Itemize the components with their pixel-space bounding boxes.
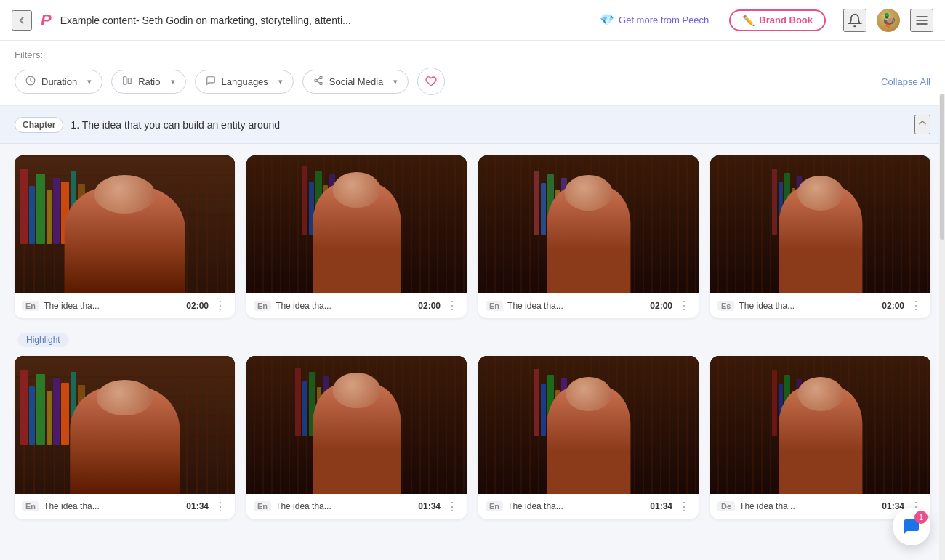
app-logo: P — [41, 11, 52, 30]
favorites-filter[interactable] — [417, 68, 445, 95]
ratio-filter[interactable]: Ratio ▾ — [111, 70, 185, 94]
card-title: The idea tha... — [276, 501, 414, 511]
card-duration: 01:34 — [418, 501, 441, 511]
chat-fab-button[interactable]: 1 — [893, 508, 930, 545]
video-card[interactable]: En The idea tha... 01:34 ⋮ — [246, 356, 467, 519]
card-thumbnail — [478, 356, 699, 493]
cards-section-chapter: En The idea tha... 02:00 ⋮ — [0, 144, 945, 330]
card-duration: 01:34 — [650, 501, 672, 511]
svg-rect-4 — [124, 76, 126, 84]
card-info: En The idea tha... 01:34 ⋮ — [478, 494, 699, 519]
video-card[interactable]: En The idea tha... 01:34 ⋮ — [15, 356, 235, 519]
chat-badge: 1 — [914, 511, 928, 524]
video-card[interactable]: En The idea tha... 02:00 ⋮ — [478, 155, 699, 318]
card-title: The idea tha... — [44, 301, 182, 311]
card-duration: 02:00 — [186, 301, 209, 311]
svg-line-9 — [317, 81, 320, 82]
brand-book-label: Brand Book — [759, 15, 813, 25]
duration-label: Duration — [41, 76, 77, 87]
card-menu-button[interactable]: ⋮ — [445, 500, 459, 514]
promo-area: 💎 Get more from Peech — [600, 13, 709, 27]
card-info: Es The idea tha... 02:00 ⋮ — [710, 293, 930, 318]
card-language: Es — [717, 301, 734, 311]
svg-rect-5 — [128, 78, 131, 83]
scrollbar-thumb[interactable] — [940, 94, 944, 240]
chapter-header: Chapter 1. The idea that you can build a… — [0, 106, 945, 144]
pencil-icon: ✏️ — [742, 15, 755, 26]
card-title: The idea tha... — [507, 301, 646, 311]
main-content: Chapter 1. The idea that you can build a… — [0, 106, 945, 560]
card-thumbnail — [478, 155, 699, 293]
chapter-collapse-button[interactable] — [914, 115, 930, 134]
card-title: The idea tha... — [739, 501, 877, 511]
card-duration: 02:00 — [650, 301, 672, 311]
video-card[interactable]: Es The idea tha... 02:00 ⋮ — [710, 155, 930, 318]
card-menu-button[interactable]: ⋮ — [677, 500, 691, 514]
svg-point-8 — [320, 82, 323, 85]
video-card[interactable]: En The idea tha... 01:34 ⋮ — [478, 356, 699, 519]
card-menu-button[interactable]: ⋮ — [909, 299, 923, 312]
card-language: En — [486, 501, 503, 511]
card-menu-button[interactable]: ⋮ — [677, 299, 691, 312]
card-thumbnail — [246, 155, 467, 293]
card-menu-button[interactable]: ⋮ — [213, 500, 228, 514]
video-card[interactable]: En The idea tha... 02:00 ⋮ — [15, 155, 235, 318]
card-language: En — [22, 301, 39, 311]
card-title: The idea tha... — [739, 301, 877, 311]
ratio-icon — [122, 76, 132, 88]
card-title: The idea tha... — [507, 501, 646, 511]
video-card[interactable]: De The idea tha... 01:34 ⋮ — [710, 356, 930, 519]
cards-section-highlight: En The idea tha... 01:34 ⋮ — [0, 353, 945, 530]
promo-text: Get more from Peech — [619, 15, 709, 25]
card-info: En The idea tha... 02:00 ⋮ — [15, 293, 235, 318]
card-thumbnail — [710, 356, 930, 493]
svg-line-10 — [317, 78, 320, 79]
scrollbar-track[interactable] — [939, 94, 945, 560]
collapse-all-button[interactable]: Collapse All — [881, 76, 930, 87]
card-thumbnail — [15, 155, 235, 293]
filters-row: Duration ▾ Ratio ▾ Languages ▾ — [15, 68, 930, 95]
card-language: En — [254, 301, 271, 311]
brand-book-button[interactable]: ✏️ Brand Book — [729, 9, 826, 31]
back-button[interactable] — [12, 10, 32, 31]
card-title: The idea tha... — [44, 501, 182, 511]
social-media-filter[interactable]: Social Media ▾ — [302, 70, 409, 94]
svg-point-6 — [320, 76, 323, 79]
card-info: En The idea tha... 02:00 ⋮ — [478, 293, 699, 318]
page-title: Example content- Seth Godin on marketing… — [60, 15, 591, 26]
avatar[interactable]: 🦆 — [877, 9, 900, 32]
speech-icon — [206, 76, 216, 88]
card-language: En — [254, 501, 271, 511]
card-menu-button[interactable]: ⋮ — [213, 299, 228, 312]
video-card[interactable]: En The idea tha... 02:00 ⋮ — [246, 155, 467, 318]
cards-grid-row2: En The idea tha... 01:34 ⋮ — [15, 356, 930, 519]
card-duration: 02:00 — [418, 301, 441, 311]
card-menu-button[interactable]: ⋮ — [445, 299, 459, 312]
social-media-label: Social Media — [329, 76, 383, 87]
duration-filter[interactable]: Duration ▾ — [15, 70, 102, 94]
notification-button[interactable] — [843, 9, 866, 32]
card-info: En The idea tha... 01:34 ⋮ — [246, 494, 467, 519]
highlight-section: Highlight — [0, 330, 945, 353]
header-icons: 🦆 — [843, 9, 933, 32]
menu-button[interactable] — [910, 9, 933, 32]
card-thumbnail — [15, 356, 235, 493]
share-icon — [313, 76, 323, 88]
languages-label: Languages — [222, 76, 268, 87]
languages-filter[interactable]: Languages ▾ — [195, 70, 294, 94]
card-info: En The idea tha... 02:00 ⋮ — [246, 293, 467, 318]
card-thumbnail — [710, 155, 930, 293]
card-language: En — [486, 301, 503, 311]
chevron-down-icon: ▾ — [87, 77, 92, 86]
card-language: De — [717, 501, 735, 511]
svg-point-7 — [315, 79, 318, 82]
chevron-down-icon: ▾ — [171, 77, 175, 86]
card-info: En The idea tha... 01:34 ⋮ — [15, 494, 235, 519]
cards-grid-row1: En The idea tha... 02:00 ⋮ — [15, 155, 930, 318]
card-language: En — [22, 501, 39, 511]
filters-label: Filters: — [15, 49, 930, 60]
ratio-label: Ratio — [138, 76, 160, 87]
highlight-badge: Highlight — [17, 333, 69, 347]
card-duration: 01:34 — [186, 501, 209, 511]
app-header: P Example content- Seth Godin on marketi… — [0, 0, 945, 41]
